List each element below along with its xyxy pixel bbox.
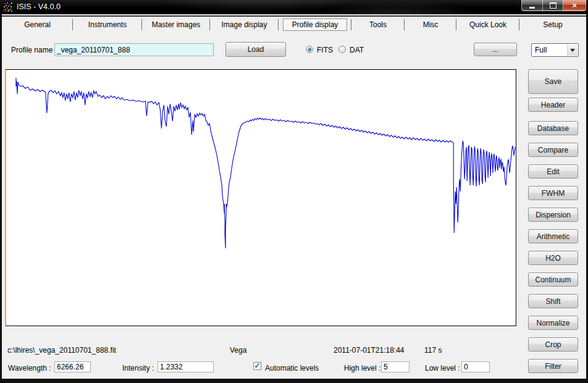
isis-logo-icon: ISIS xyxy=(2,2,13,12)
profile-name-input[interactable] xyxy=(54,43,214,56)
svg-text:ISIS: ISIS xyxy=(3,9,10,12)
chevron-down-icon xyxy=(567,44,578,56)
automatic-levels-checkbox[interactable]: ✓ xyxy=(253,362,261,370)
arithmetic-button[interactable]: Arithmetic xyxy=(528,229,578,243)
tab-misc[interactable]: Misc xyxy=(405,17,456,33)
intensity-value-field[interactable] xyxy=(158,361,214,372)
low-level-label: Low level : xyxy=(425,364,460,372)
tab-label: Tools xyxy=(369,20,387,29)
crop-button[interactable]: Crop xyxy=(528,337,578,351)
tab-bar: General Instruments Master images Image … xyxy=(2,15,586,33)
range-select-value: Full xyxy=(535,44,547,56)
tab-label: Quick Look xyxy=(469,20,506,29)
tab-label: Setup xyxy=(543,20,562,29)
window-controls: ✕ xyxy=(521,0,586,12)
close-icon: ✕ xyxy=(571,1,577,11)
spectrum-line xyxy=(16,78,515,248)
checkmark-icon: ✓ xyxy=(254,363,260,369)
high-level-field[interactable] xyxy=(381,361,410,372)
load-button[interactable]: Load xyxy=(225,42,286,57)
tab-general[interactable]: General xyxy=(2,17,73,33)
tab-label: Image display xyxy=(221,20,267,29)
file-path-text: c:\lhires\_vega_20110701_888.fit xyxy=(7,346,116,355)
isis-window: ISIS ISIS - V4.0.0 ✕ General Instruments… xyxy=(0,0,588,383)
fits-radio[interactable] xyxy=(306,46,313,53)
tab-master-images[interactable]: Master images xyxy=(142,17,210,33)
filter-button[interactable]: Filter xyxy=(528,359,578,373)
low-level-field[interactable] xyxy=(461,361,490,372)
automatic-levels-label: Automatic levels xyxy=(265,364,319,372)
window-title: ISIS - V4.0.0 xyxy=(17,0,61,14)
tab-label: General xyxy=(24,20,51,29)
profile-name-label: Profile name : xyxy=(11,46,57,54)
tab-quick-look[interactable]: Quick Look xyxy=(456,17,519,33)
tab-instruments[interactable]: Instruments xyxy=(73,17,142,33)
tab-setup[interactable]: Setup xyxy=(519,17,586,33)
maximize-icon xyxy=(550,2,556,9)
dispersion-button[interactable]: Dispersion xyxy=(528,208,578,222)
tab-label: Misc xyxy=(423,20,439,29)
edit-button[interactable]: Edit xyxy=(528,164,578,179)
fits-radio-label[interactable]: FITS xyxy=(317,46,333,54)
dat-radio-label[interactable]: DAT xyxy=(350,46,364,54)
save-button[interactable]: Save xyxy=(528,69,578,94)
close-button[interactable]: ✕ xyxy=(563,0,586,11)
tab-label-selected: Profile display xyxy=(283,19,348,31)
normalize-button[interactable]: Normalize xyxy=(528,316,578,330)
observation-date-text: 2011-07-01T21:18:44 xyxy=(334,346,405,355)
tab-label: Master images xyxy=(152,20,201,29)
high-level-label: High level : xyxy=(344,364,380,372)
tab-image-display[interactable]: Image display xyxy=(210,17,279,33)
intensity-label: Intensity : xyxy=(122,364,154,372)
titlebar[interactable]: ISIS ISIS - V4.0.0 ✕ xyxy=(0,0,588,14)
wavelength-value-field[interactable] xyxy=(54,361,91,372)
range-select[interactable]: Full xyxy=(531,43,579,57)
shift-button[interactable]: Shift xyxy=(528,294,578,308)
continuum-button[interactable]: Continuum xyxy=(528,272,578,287)
tab-profile-display[interactable]: Profile display xyxy=(279,17,351,33)
header-button[interactable]: Header xyxy=(528,98,578,112)
radio-selected-dot xyxy=(308,48,311,51)
tab-label: Instruments xyxy=(88,20,127,29)
spectrum-plot[interactable] xyxy=(5,69,516,326)
wavelength-label: Wavelength : xyxy=(8,364,51,372)
h2o-button[interactable]: H2O xyxy=(528,251,578,265)
object-name-text: Vega xyxy=(230,346,246,355)
minimize-button[interactable] xyxy=(521,0,542,11)
database-button[interactable]: Database xyxy=(528,121,578,135)
dat-radio[interactable] xyxy=(338,46,346,53)
compare-button[interactable]: Compare xyxy=(528,143,578,157)
maximize-button[interactable] xyxy=(542,0,563,11)
minimize-icon xyxy=(529,7,535,9)
exposure-time-text: 117 s xyxy=(424,346,442,355)
fwhm-button[interactable]: FWHM xyxy=(528,186,578,200)
tab-tools[interactable]: Tools xyxy=(351,17,405,33)
browse-button[interactable]: ... xyxy=(474,43,517,56)
spectrum-canvas xyxy=(6,70,516,326)
